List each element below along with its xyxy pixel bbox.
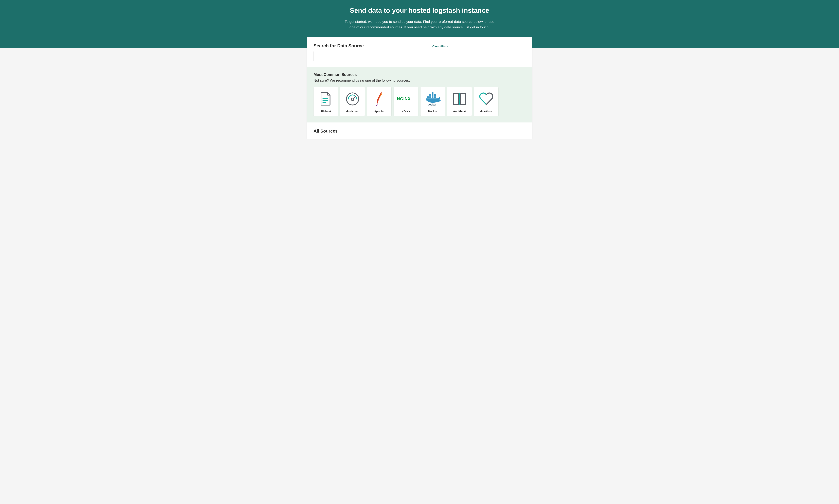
hero-title: Send data to your hosted logstash instan… (3, 7, 836, 14)
source-label: Apache (374, 110, 384, 113)
columns-icon (448, 90, 470, 108)
svg-rect-13 (434, 94, 435, 96)
source-card-nginx[interactable]: NGiNX NGINX (394, 87, 418, 116)
svg-rect-9 (432, 96, 433, 98)
source-label: NGINX (401, 110, 410, 113)
search-input[interactable] (313, 51, 455, 61)
search-header: Search for Data Source Clear filters (313, 43, 526, 49)
source-label: Filebeat (321, 110, 331, 113)
common-sources-section: Most Common Sources Not sure? We recomme… (307, 67, 532, 123)
main-card: Search for Data Source Clear filters Mos… (307, 37, 532, 139)
svg-rect-8 (429, 96, 431, 98)
file-icon (314, 90, 337, 108)
source-card-metricbeat[interactable]: Metricbeat (340, 87, 365, 116)
source-card-heartbeat[interactable]: Heartbeat (474, 87, 498, 116)
get-in-touch-link[interactable]: get in touch (470, 25, 489, 29)
svg-rect-7 (427, 96, 429, 98)
hero-body-post: . (489, 25, 490, 29)
svg-text:NGiNX: NGiNX (397, 96, 411, 101)
search-section: Search for Data Source Clear filters (307, 37, 532, 67)
docker-whale-icon: docker (422, 90, 444, 108)
source-label: Auditbeat (453, 110, 466, 113)
clear-filters-button[interactable]: Clear filters (432, 45, 448, 48)
all-sources-section: All Sources (307, 123, 532, 139)
source-card-auditbeat[interactable]: Auditbeat (447, 87, 472, 116)
svg-rect-12 (432, 94, 433, 96)
source-label: Docker (428, 110, 438, 113)
sources-row: Filebeat Metricbeat (313, 87, 526, 116)
svg-text:docker: docker (428, 103, 436, 106)
source-card-filebeat[interactable]: Filebeat (313, 87, 338, 116)
all-sources-heading: All Sources (313, 128, 526, 134)
gauge-icon (341, 90, 364, 108)
apache-feather-icon (368, 90, 390, 108)
search-heading: Search for Data Source (313, 43, 364, 49)
source-card-apache[interactable]: Apache (367, 87, 391, 116)
common-heading: Most Common Sources (313, 72, 526, 77)
svg-point-15 (428, 100, 428, 100)
source-label: Heartbeat (480, 110, 493, 113)
hero-subtitle: To get started, we need you to send us y… (344, 19, 495, 30)
source-label: Metricbeat (345, 110, 359, 113)
source-card-docker[interactable]: docker Docker (421, 87, 445, 116)
heart-icon (475, 90, 497, 108)
common-subtext: Not sure? We recommend using one of the … (313, 78, 526, 83)
svg-line-5 (354, 96, 355, 98)
svg-rect-17 (453, 93, 458, 105)
svg-rect-10 (434, 96, 435, 98)
svg-rect-18 (461, 93, 465, 105)
nginx-logo-icon: NGiNX (395, 90, 417, 108)
svg-rect-11 (429, 94, 431, 96)
svg-rect-14 (432, 92, 433, 94)
